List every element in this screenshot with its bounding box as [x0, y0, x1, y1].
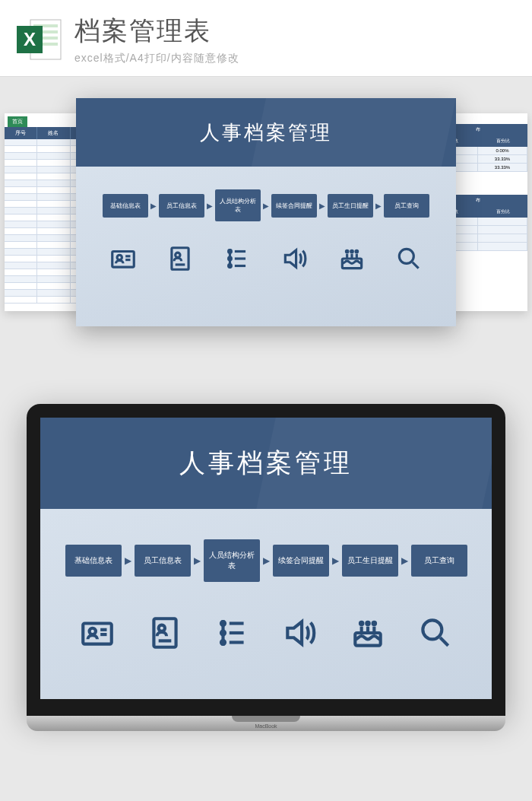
nav-button-search[interactable]: 员工查询	[411, 545, 467, 577]
page-header: X 档案管理表 excel格式/A4打印/内容随意修改	[0, 0, 532, 77]
list-icon[interactable]	[214, 614, 252, 652]
search-icon[interactable]	[416, 614, 454, 652]
nav-button-profile[interactable]: 员工信息表	[159, 194, 204, 218]
profile-icon[interactable]	[146, 614, 184, 652]
nav-icon-row	[76, 244, 456, 273]
nav-button-list[interactable]: 人员结构分析表	[204, 539, 260, 582]
nav-button-row: 基础信息表▶员工信息表▶人员结构分析表▶续签合同提醒▶员工生日提醒▶员工查询	[40, 539, 492, 582]
nav-button-cake[interactable]: 员工生日提醒	[328, 194, 373, 218]
profile-icon[interactable]	[166, 244, 195, 273]
col-header: 序号	[5, 127, 37, 139]
col-header: 百分比	[478, 206, 527, 218]
chevron-right-icon: ▶	[263, 202, 269, 210]
search-icon[interactable]	[394, 244, 423, 273]
laptop-screen: 人事档案管理 基础信息表▶员工信息表▶人员结构分析表▶续签合同提醒▶员工生日提醒…	[40, 418, 492, 699]
nav-button-search[interactable]: 员工查询	[384, 194, 429, 218]
nav-button-row: 基础信息表▶员工信息表▶人员结构分析表▶续签合同提醒▶员工生日提醒▶员工查询	[76, 189, 456, 221]
cake-icon[interactable]	[349, 614, 387, 652]
chevron-right-icon: ▶	[263, 555, 270, 566]
svg-text:X: X	[24, 29, 36, 49]
chevron-right-icon: ▶	[375, 202, 382, 210]
chevron-right-icon: ▶	[207, 202, 213, 210]
nav-button-sound[interactable]: 续签合同提醒	[273, 545, 329, 577]
id-card-icon[interactable]	[109, 244, 138, 273]
laptop-bezel: 人事档案管理 基础信息表▶员工信息表▶人员结构分析表▶续签合同提醒▶员工生日提醒…	[27, 404, 505, 716]
chevron-right-icon: ▶	[150, 202, 157, 210]
nav-button-cake[interactable]: 员工生日提醒	[342, 545, 398, 577]
col-header: 姓名	[37, 127, 70, 139]
nav-button-id-card[interactable]: 基础信息表	[103, 194, 148, 218]
sound-icon[interactable]	[280, 244, 309, 273]
dashboard-header: 人事档案管理	[76, 98, 456, 167]
chevron-right-icon: ▶	[319, 202, 325, 210]
template-preview-stage: 首页 序号 姓名 性别 布 人数 百分比 00.00%133.33%133.33…	[0, 92, 532, 366]
nav-button-id-card[interactable]: 基础信息表	[65, 545, 122, 577]
dashboard-title: 人事档案管理	[200, 119, 332, 146]
cake-icon[interactable]	[337, 244, 366, 273]
page-title: 档案管理表	[74, 14, 517, 49]
nav-icon-row	[40, 614, 492, 652]
chevron-right-icon: ▶	[125, 555, 131, 566]
col-header: 百分比	[478, 135, 527, 147]
id-card-icon[interactable]	[78, 614, 116, 652]
list-icon[interactable]	[223, 244, 252, 273]
excel-app-icon: X	[15, 15, 64, 64]
laptop-mockup: 人事档案管理 基础信息表▶员工信息表▶人员结构分析表▶续签合同提醒▶员工生日提醒…	[27, 404, 505, 784]
nav-button-list[interactable]: 人员结构分析表	[215, 189, 261, 221]
chevron-right-icon: ▶	[194, 555, 201, 566]
laptop-base: MacBook	[27, 716, 505, 731]
chevron-right-icon: ▶	[401, 555, 408, 566]
sound-icon[interactable]	[281, 614, 319, 652]
nav-button-sound[interactable]: 续签合同提醒	[271, 194, 317, 218]
nav-button-profile[interactable]: 员工信息表	[135, 545, 191, 577]
sheet-tab[interactable]: 首页	[8, 116, 27, 127]
dashboard-header: 人事档案管理	[40, 418, 492, 509]
chevron-right-icon: ▶	[332, 555, 339, 566]
laptop-brand-label: MacBook	[255, 723, 277, 729]
page-subtitle: excel格式/A4打印/内容随意修改	[74, 52, 517, 65]
laptop-mockup-section: 人事档案管理 基础信息表▶员工信息表▶人员结构分析表▶续签合同提醒▶员工生日提醒…	[0, 404, 532, 784]
main-dashboard-card: 人事档案管理 基础信息表▶员工信息表▶人员结构分析表▶续签合同提醒▶员工生日提醒…	[76, 98, 456, 326]
dashboard-title: 人事档案管理	[179, 446, 353, 481]
